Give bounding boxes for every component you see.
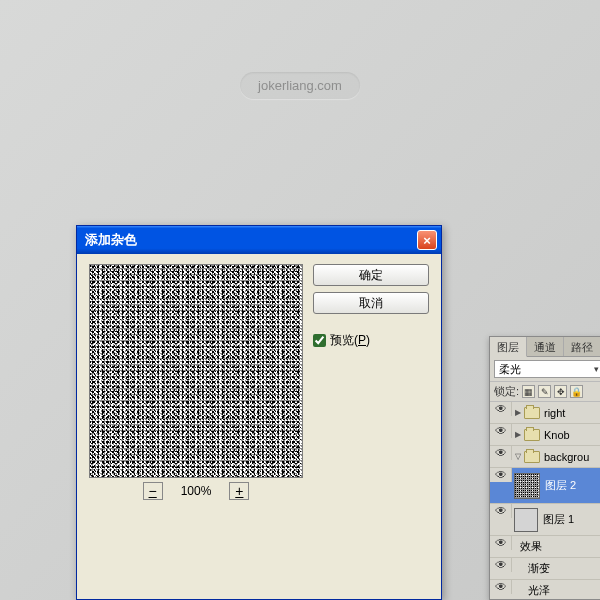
visibility-icon[interactable]: 👁: [495, 536, 507, 550]
panel-tabs: 图层 通道 路径: [490, 337, 600, 357]
visibility-icon[interactable]: 👁: [495, 424, 507, 438]
folder-icon: [524, 407, 540, 419]
lock-label: 锁定:: [494, 384, 519, 399]
visibility-icon[interactable]: 👁: [495, 402, 507, 416]
preview-checkbox-row[interactable]: 预览(P): [313, 332, 429, 349]
ok-button[interactable]: 确定: [313, 264, 429, 286]
expand-icon[interactable]: ▶: [515, 408, 521, 417]
folder-icon: [524, 451, 540, 463]
visibility-icon[interactable]: 👁: [495, 580, 507, 594]
layer-group-knob[interactable]: 👁 ▶ Knob: [490, 424, 600, 446]
lock-all-button[interactable]: 🔒: [570, 385, 583, 398]
layer-name: backgrou: [544, 451, 589, 463]
close-icon: ×: [423, 233, 431, 248]
lock-paint-button[interactable]: ✎: [538, 385, 551, 398]
visibility-icon[interactable]: 👁: [495, 504, 507, 518]
chevron-down-icon: ▾: [594, 364, 599, 374]
lock-transparent-button[interactable]: ▦: [522, 385, 535, 398]
dialog-body: − 100% + 确定 取消 预览(P): [77, 254, 441, 510]
dialog-title: 添加杂色: [85, 231, 137, 249]
preview-label: 预览(P): [330, 332, 370, 349]
visibility-icon[interactable]: 👁: [495, 468, 507, 482]
visibility-icon[interactable]: 👁: [495, 446, 507, 460]
fx-label: 效果: [512, 539, 542, 554]
blend-mode-value: 柔光: [499, 362, 521, 377]
blend-mode-row: 柔光 ▾: [490, 357, 600, 381]
expand-icon[interactable]: ▶: [515, 430, 521, 439]
page-watermark: jokerliang.com: [240, 72, 360, 99]
close-button[interactable]: ×: [417, 230, 437, 250]
noise-preview-image[interactable]: [89, 264, 303, 478]
preview-checkbox[interactable]: [313, 334, 326, 347]
layer-group-background[interactable]: 👁 ▽ backgrou: [490, 446, 600, 468]
lock-position-button[interactable]: ✥: [554, 385, 567, 398]
layer-layer2-selected[interactable]: 👁 图层 2: [490, 468, 600, 504]
zoom-in-button[interactable]: +: [229, 482, 249, 500]
layer-fx-satin[interactable]: 👁 光泽: [490, 580, 600, 600]
visibility-icon[interactable]: 👁: [495, 558, 507, 572]
fx-item: 渐变: [512, 561, 550, 576]
fx-item: 光泽: [512, 583, 550, 598]
layer-list: 👁 ▶ right 👁 ▶ Knob 👁 ▽ backgrou 👁 图层 2 👁…: [490, 402, 600, 600]
layer-thumbnail: [514, 473, 540, 499]
tab-paths[interactable]: 路径: [564, 337, 600, 356]
zoom-controls: − 100% +: [89, 482, 303, 500]
layer-fx-header[interactable]: 👁 效果: [490, 536, 600, 558]
dialog-side-column: 确定 取消 预览(P): [313, 264, 429, 500]
layers-panel: 图层 通道 路径 柔光 ▾ 锁定: ▦ ✎ ✥ 🔒 👁 ▶ right 👁 ▶ …: [489, 336, 600, 600]
collapse-icon[interactable]: ▽: [515, 452, 521, 461]
layer-layer1[interactable]: 👁 图层 1: [490, 504, 600, 536]
layer-fx-gradient[interactable]: 👁 渐变: [490, 558, 600, 580]
layer-thumbnail: [514, 508, 538, 532]
layer-name: right: [544, 407, 565, 419]
zoom-out-button[interactable]: −: [143, 482, 163, 500]
layer-name: 图层 2: [545, 478, 576, 493]
add-noise-dialog: 添加杂色 × − 100% + 确定 取消 预览(P): [76, 225, 442, 600]
layer-name: Knob: [544, 429, 570, 441]
preview-column: − 100% +: [89, 264, 303, 500]
blend-mode-select[interactable]: 柔光 ▾: [494, 360, 600, 378]
tab-channels[interactable]: 通道: [527, 337, 564, 356]
dialog-titlebar[interactable]: 添加杂色 ×: [77, 226, 441, 254]
lock-row: 锁定: ▦ ✎ ✥ 🔒: [490, 381, 600, 402]
zoom-percent: 100%: [181, 484, 212, 498]
layer-name: 图层 1: [543, 512, 574, 527]
folder-icon: [524, 429, 540, 441]
tab-layers[interactable]: 图层: [490, 337, 527, 357]
layer-group-right[interactable]: 👁 ▶ right: [490, 402, 600, 424]
cancel-button[interactable]: 取消: [313, 292, 429, 314]
